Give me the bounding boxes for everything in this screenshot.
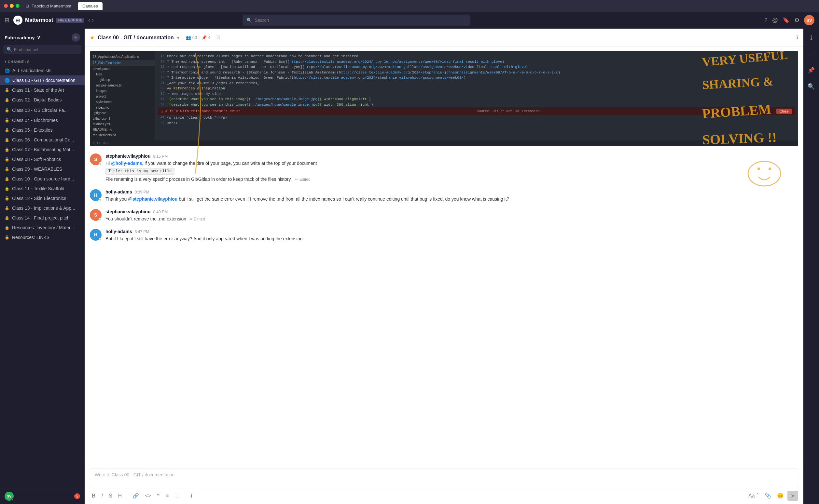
back-arrow[interactable]: ‹ <box>88 17 90 23</box>
ordered-button[interactable]: ⋮ <box>172 491 181 500</box>
outline-bar: OUTLINE <box>90 140 798 146</box>
sidebar-item-class10[interactable]: 🔒 Class 10 - Open source hard... <box>0 174 85 184</box>
file-tree-item[interactable]: development <box>90 66 155 72</box>
help-icon[interactable]: ? <box>764 17 768 24</box>
file-tree-item[interactable]: .gitkeep <box>90 77 155 83</box>
sidebar-item-class03[interactable]: 🔒 Class 03 - OS Circular Fa... ⋯ <box>0 105 85 115</box>
sidebar-item-class09[interactable]: 🔒 Class 09 - WEARABLES <box>0 164 85 174</box>
link-button[interactable]: 🔗 <box>130 491 141 500</box>
avatar-stephanie: S <box>90 209 101 221</box>
notification-badge[interactable]: 5 <box>74 493 80 499</box>
input-placeholder: Write to Class 00 - GIT / documentation <box>95 472 174 477</box>
strikethrough-button[interactable]: S <box>107 492 114 500</box>
code-line: 19* Thermochronic screenprint - [Ruby Le… <box>158 59 795 65</box>
sidebar-item-class04[interactable]: 🔒 Class 04 - Biochromes <box>0 115 85 125</box>
message-text-2: File renaming is a very specific process… <box>105 176 798 183</box>
channels-section-label[interactable]: ▾ CHANNELS <box>0 58 85 66</box>
sidebar-item-class05[interactable]: 🔒 Class 05 - E-textiles <box>0 125 85 135</box>
attach-button[interactable]: 📎 <box>763 491 773 500</box>
file-tree-item[interactable]: recipes-sample.txt <box>90 83 155 88</box>
members-icon[interactable]: ≡ <box>806 49 816 59</box>
file-tree-item[interactable]: 13. ApplicationsAndApplications <box>90 54 155 60</box>
search-bar[interactable]: 🔍 <box>243 15 470 26</box>
find-channel-input[interactable] <box>14 47 78 52</box>
lock-icon: 🔒 <box>5 157 9 162</box>
code-main-panel: 17Check out and research alumni pages to… <box>155 51 798 140</box>
files-icon[interactable]: 📄 <box>215 35 221 40</box>
channel-chevron-icon[interactable]: ▾ <box>177 35 179 40</box>
sidebar-item-class12[interactable]: 🔒 Class 12 - Skin Electronics <box>0 193 85 203</box>
file-tree-item[interactable]: project <box>90 94 155 99</box>
bookmark-icon[interactable]: 🔖 <box>783 17 790 24</box>
canales-tab[interactable]: Canales <box>78 2 102 10</box>
browser-icon: ⊟ <box>25 4 29 8</box>
mention-icon[interactable]: @ <box>772 17 778 24</box>
emoji-button[interactable]: 😊 <box>775 491 785 500</box>
lock-icon: 🔒 <box>5 216 9 220</box>
file-tree-item[interactable]: gitlab-ci.yml <box>90 116 155 121</box>
sidebar-search[interactable]: 🔍 <box>3 45 81 54</box>
members-count: 👥 60 <box>186 35 197 40</box>
mention-stephanie[interactable]: @stephanie.vilayphiou <box>128 196 177 202</box>
bold-button[interactable]: B <box>90 492 98 500</box>
code-button[interactable]: <> <box>143 492 153 500</box>
sidebar-item-resources-links[interactable]: 🔒 Resources: LINKS <box>0 232 85 242</box>
sidebar-item-class07[interactable]: 🔒 Class 07 - Biofabricating Mat... <box>0 145 85 154</box>
minimize-dot[interactable] <box>10 4 14 8</box>
search-input[interactable] <box>255 18 466 23</box>
heading-button[interactable]: H <box>116 492 124 500</box>
sidebar-item-class11[interactable]: 🔒 Class 11 - Textile Scaffold <box>0 184 85 193</box>
info-button[interactable]: ℹ <box>188 491 194 500</box>
online-indicator <box>99 218 102 221</box>
info-icon[interactable]: ℹ <box>796 34 798 41</box>
sidebar-item-class14[interactable]: 🔒 Class 14 - Final project pitch <box>0 213 85 223</box>
sidebar-item-allfabricademists[interactable]: 🌐 ALLFabricademists <box>0 66 85 75</box>
file-tree-item-active[interactable]: 13. Skin Electronics <box>90 60 155 66</box>
user-status-avatar[interactable]: SV <box>5 492 14 501</box>
text-size-button[interactable]: Aa ˄ <box>746 491 761 500</box>
sidebar-item-resources-inventory[interactable]: 🔒 Resources: Inventory / Mater... <box>0 223 85 232</box>
file-tree-item[interactable]: images <box>90 88 155 94</box>
messages-area: 13. ApplicationsAndApplications 13. Skin… <box>85 47 803 465</box>
pinned-posts-icon[interactable]: 📌 <box>806 65 816 75</box>
add-channel-button[interactable]: + <box>72 33 80 42</box>
file-tree-item[interactable]: README.md <box>90 127 155 132</box>
grid-icon[interactable]: ⊞ <box>5 17 9 24</box>
workspace-name[interactable]: Fabricademy ∨ <box>5 34 40 40</box>
sidebar-item-class08[interactable]: 🔒 Class 08 - Soft Robotics <box>0 154 85 164</box>
file-tree-item[interactable]: files <box>90 72 155 77</box>
file-tree-item[interactable]: stylesheets <box>90 99 155 105</box>
search-channel-icon[interactable]: 🔍 <box>806 81 816 92</box>
star-icon[interactable]: ★ <box>90 34 94 41</box>
send-button[interactable]: ➤ <box>787 491 798 501</box>
close-dot[interactable] <box>4 4 8 8</box>
sidebar-item-class02[interactable]: 🔒 Class 02 - Digital Bodies <box>0 95 85 105</box>
mention-holly[interactable]: @holly-adams <box>111 161 142 166</box>
settings-icon[interactable]: ⚙ <box>794 17 799 24</box>
maximize-dot[interactable] <box>16 4 20 8</box>
file-tree-item[interactable]: index.md <box>90 105 155 110</box>
mattermost-icon: ◎ <box>13 16 22 25</box>
channel-info-icon[interactable]: ℹ <box>806 33 816 43</box>
sidebar-item-class00[interactable]: 🌐 Class 00 - GIT / documentation <box>0 75 85 85</box>
message-body: stephanie.vilayphiou 8:15 PM Hi @holly-a… <box>105 153 798 183</box>
forward-arrow[interactable]: › <box>92 17 94 23</box>
italic-button[interactable]: I <box>100 492 105 500</box>
workspace-chevron-icon: ∨ <box>37 34 40 40</box>
sidebar-item-class13[interactable]: 🔒 Class 13 - Implications & App... <box>0 203 85 213</box>
close-button[interactable]: Close <box>776 109 792 114</box>
file-tree-item[interactable]: requirements.txt <box>90 132 155 138</box>
message-text: But if I keep it I still have the error … <box>105 235 798 242</box>
main-content: Fabricademy ∨ + 🔍 ▾ CHANNELS 🌐 ALLFabric… <box>0 29 819 504</box>
user-avatar[interactable]: SV <box>804 15 814 25</box>
file-tree-item[interactable]: .gitignore <box>90 110 155 116</box>
sidebar-item-class01[interactable]: 🔒 Class 01 - State of the Art <box>0 85 85 95</box>
sidebar-item-class06[interactable]: 🔒 Class 06 - Computational Co... <box>0 135 85 145</box>
quote-button[interactable]: ❝ <box>155 491 162 500</box>
lock-icon: 🔒 <box>5 196 9 201</box>
file-tree-item[interactable]: mkdocs.yml <box>90 121 155 127</box>
bullet-button[interactable]: ≡ <box>164 492 170 500</box>
message-author: holly-adams <box>105 189 132 194</box>
message-stephanie-2: S stephanie.vilayphiou 8:40 PM You shoul… <box>85 206 803 226</box>
message-input-box[interactable]: Write to Class 00 - GIT / documentation <box>90 469 798 488</box>
